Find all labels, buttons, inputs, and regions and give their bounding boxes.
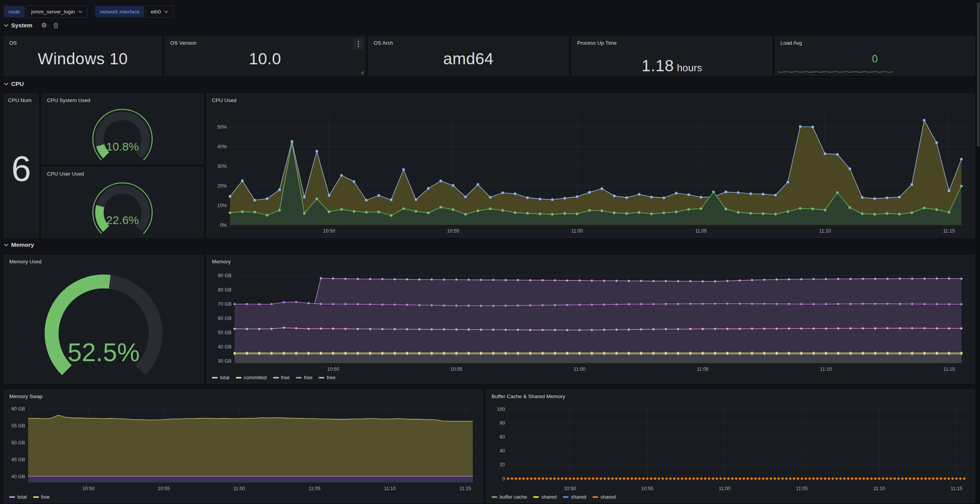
panel-title[interactable]: Buffer Cache & Shared Memory <box>492 393 565 399</box>
svg-text:80 GB: 80 GB <box>218 287 232 293</box>
legend-label: shared <box>571 494 586 500</box>
svg-text:11:10: 11:10 <box>384 486 396 491</box>
variable-label-node[interactable]: node <box>4 6 25 17</box>
legend-item[interactable]: free <box>319 375 335 380</box>
legend-item[interactable]: free <box>33 494 50 500</box>
svg-text:0: 0 <box>502 476 505 482</box>
legend-label: free <box>281 375 290 380</box>
legend-swatch-icon <box>236 377 242 378</box>
svg-text:30 GB: 30 GB <box>218 358 232 364</box>
legend-label: free <box>41 494 50 500</box>
trash-icon[interactable] <box>53 23 59 28</box>
svg-text:30%: 30% <box>217 164 227 169</box>
legend-item[interactable]: buffer cache <box>492 494 527 500</box>
legend-item[interactable]: free <box>296 375 312 380</box>
panel-resize-handle[interactable] <box>360 70 364 74</box>
load-avg-sparkline <box>778 70 893 74</box>
legend-label: free <box>327 375 335 380</box>
panel-os-arch: OS Arch amd64 <box>368 36 569 75</box>
legend-item[interactable]: shared <box>563 494 586 500</box>
panel-cpu-used: CPU Used 0%10%20%30%40%50%10:5010:5511:0… <box>206 94 975 238</box>
chart-legend: totalcommittedfreefreefree <box>212 375 336 380</box>
svg-text:10:50: 10:50 <box>82 486 94 491</box>
svg-text:11:00: 11:00 <box>574 367 585 372</box>
panel-title[interactable]: CPU User Used <box>47 171 84 177</box>
legend-swatch-icon <box>492 496 497 498</box>
panel-title[interactable]: Memory Used <box>9 259 42 265</box>
gear-icon[interactable]: ⚙ <box>41 22 47 28</box>
chevron-down-icon <box>4 243 8 246</box>
legend-item[interactable]: free <box>273 375 290 380</box>
buffer-cache-shared-memory-chart[interactable]: 02040608010010:5010:5511:0011:0511:1011:… <box>487 390 974 502</box>
svg-text:11:10: 11:10 <box>819 228 831 234</box>
stat-uptime-value: 1.18 <box>642 57 674 75</box>
memory-chart[interactable]: 30 GB40 GB50 GB60 GB70 GB80 GB90 GB10:50… <box>207 255 974 383</box>
chart-legend: buffer cachesharedsharedshared <box>492 494 616 500</box>
section-title-cpu: CPU <box>11 80 24 87</box>
legend-swatch-icon <box>33 496 39 498</box>
svg-text:20: 20 <box>500 462 505 467</box>
svg-text:52.5%: 52.5% <box>67 338 139 367</box>
svg-text:10:55: 10:55 <box>450 367 462 372</box>
section-header-memory[interactable]: Memory <box>4 241 34 248</box>
stat-os-value: Windows 10 <box>38 50 128 68</box>
stat-cpu-num-value: 6 <box>11 149 31 189</box>
panel-title[interactable]: Load Avg <box>780 40 802 46</box>
cpu-used-chart[interactable]: 0%10%20%30%40%50%10:5010:5511:0011:0511:… <box>207 94 974 237</box>
panel-title[interactable]: OS Version <box>170 40 196 46</box>
panel-title[interactable]: Memory <box>212 259 231 265</box>
legend-swatch-icon <box>9 496 15 498</box>
legend-item[interactable]: committed <box>236 375 267 380</box>
legend-item[interactable]: total <box>9 494 27 500</box>
legend-swatch-icon <box>563 496 569 498</box>
svg-text:11:15: 11:15 <box>943 367 955 372</box>
variable-network-interface: network interface eth0 <box>95 5 173 18</box>
panel-menu-kebab-icon[interactable] <box>353 38 363 50</box>
section-header-system[interactable]: System ⚙ <box>4 22 59 29</box>
svg-text:10:50: 10:50 <box>564 486 576 491</box>
svg-text:11:00: 11:00 <box>571 228 583 234</box>
svg-text:11:00: 11:00 <box>719 486 730 491</box>
variables-bar: node jvmm_server_login network interface… <box>4 5 173 18</box>
scrollbar-thumb[interactable] <box>977 2 980 147</box>
svg-text:100: 100 <box>497 407 505 412</box>
svg-text:90 GB: 90 GB <box>218 273 232 278</box>
stat-os-arch-value: amd64 <box>443 50 494 68</box>
variable-value-network-interface-dropdown[interactable]: eth0 <box>146 5 173 18</box>
variable-label-network-interface[interactable]: network interface <box>95 6 144 17</box>
panel-title[interactable]: OS <box>9 40 17 46</box>
panel-title[interactable]: CPU Used <box>212 97 237 103</box>
memory-swap-chart[interactable]: 40 GB45 GB50 GB55 GB60 GB10:5010:5511:00… <box>4 390 483 502</box>
section-header-cpu[interactable]: CPU <box>4 80 24 87</box>
variable-value-node: jvmm_server_login <box>31 9 75 15</box>
variable-value-node-dropdown[interactable]: jvmm_server_login <box>26 5 87 18</box>
legend-item[interactable]: shared <box>533 494 557 500</box>
panel-title[interactable]: Memory Swap <box>9 393 42 399</box>
stat-os-version-value: 10.0 <box>249 50 281 68</box>
svg-text:10.8%: 10.8% <box>106 140 139 153</box>
section-title-system: System <box>11 22 32 29</box>
stat-uptime-unit: hours <box>677 62 702 74</box>
svg-text:60 GB: 60 GB <box>12 406 25 412</box>
legend-label: committed <box>244 375 267 380</box>
legend-label: buffer cache <box>500 494 527 500</box>
legend-swatch-icon <box>273 377 279 378</box>
svg-text:11:05: 11:05 <box>796 486 807 491</box>
legend-item[interactable]: shared <box>592 494 616 500</box>
svg-text:60: 60 <box>500 434 505 440</box>
legend-item[interactable]: total <box>212 375 230 380</box>
panel-cpu-system-used: CPU System Used 10.8% <box>42 94 203 164</box>
chart-legend: totalfree <box>9 494 50 500</box>
svg-text:70 GB: 70 GB <box>218 301 232 307</box>
panel-title[interactable]: CPU System Used <box>47 97 91 103</box>
svg-text:10:50: 10:50 <box>327 367 339 372</box>
svg-text:40%: 40% <box>217 144 227 149</box>
svg-text:40: 40 <box>500 448 505 454</box>
panel-title[interactable]: Process Up Time <box>577 40 617 46</box>
legend-swatch-icon <box>319 377 324 378</box>
svg-text:11:05: 11:05 <box>697 367 708 372</box>
panel-title[interactable]: OS Arch <box>374 40 393 46</box>
legend-swatch-icon <box>533 496 539 498</box>
panel-title[interactable]: CPU Num <box>8 97 32 103</box>
panel-os: OS Windows 10 <box>4 36 162 75</box>
